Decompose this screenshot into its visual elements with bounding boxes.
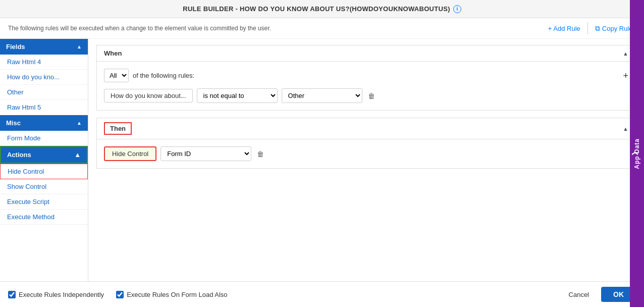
modal-footer: Execute Rules Independently Execute Rule… <box>0 281 644 307</box>
sidebar-item-show-control[interactable]: Show Control <box>0 179 88 194</box>
then-action-row: Hide Control Form ID Field 1 Field 2 🗑 <box>104 146 628 161</box>
app-data-panel[interactable]: App Data ❮ <box>630 39 644 281</box>
execute-independently-checkbox[interactable] <box>8 291 16 298</box>
fields-header-label: Fields <box>6 43 25 50</box>
sidebar-item-form-mode[interactable]: Form Mode <box>0 131 88 146</box>
copy-icon: ⧉ <box>595 24 600 33</box>
execute-independently-text: Execute Rules Independently <box>19 291 104 298</box>
execute-independently-label[interactable]: Execute Rules Independently <box>8 291 104 298</box>
condition-value-select[interactable]: Other Friend Social Media Advertisement <box>282 88 362 103</box>
then-section: Then ▲ Hide Control Form ID Field 1 Fiel… <box>96 118 636 169</box>
sidebar-item-hide-control[interactable]: Hide Control <box>0 164 88 179</box>
then-section-body: Hide Control Form ID Field 1 Field 2 🗑 <box>97 139 635 168</box>
sidebar-item-execute-script[interactable]: Execute Script <box>0 194 88 210</box>
sidebar-fields-header[interactable]: Fields ▲ <box>0 39 88 55</box>
modal-body: Fields ▲ Raw Html 4 How do you kno... Ot… <box>0 39 644 281</box>
then-collapse-icon[interactable]: ▲ <box>623 126 628 132</box>
divider <box>587 22 588 34</box>
app-data-chevron-icon: ❮ <box>632 151 639 156</box>
when-condition-row: How do you know about... is not equal to… <box>104 88 628 103</box>
misc-header-label: Misc <box>6 119 21 127</box>
sidebar-item-label: Other <box>7 88 24 96</box>
sidebar-misc-header[interactable]: Misc ▲ <box>0 115 88 131</box>
execute-on-load-checkbox[interactable] <box>116 291 124 298</box>
sidebar-actions-header[interactable]: Actions ▲ <box>0 146 88 164</box>
when-section: When ▲ All of the following rules: + How… <box>96 45 636 111</box>
sidebar-item-label: Raw Html 5 <box>7 104 41 111</box>
sidebar-item-label: Form Mode <box>7 134 40 142</box>
info-icon[interactable]: i <box>453 5 461 13</box>
sidebar: Fields ▲ Raw Html 4 How do you kno... Ot… <box>0 39 88 281</box>
when-section-body: All of the following rules: + How do you… <box>97 62 635 110</box>
cancel-button[interactable]: Cancel <box>562 288 596 301</box>
of-following-rules-text: of the following rules: <box>133 72 194 79</box>
sidebar-item-raw-html-5[interactable]: Raw Html 5 <box>0 100 88 115</box>
actions-header-label: Actions <box>7 151 31 159</box>
subheader-text: The following rules will be executed whe… <box>8 25 271 32</box>
action-delete-icon[interactable]: 🗑 <box>255 148 265 160</box>
main-content: When ▲ All of the following rules: + How… <box>88 39 644 281</box>
subheader-actions: + Add Rule ⧉ Copy Rules <box>548 22 636 34</box>
sidebar-item-label: Execute Method <box>7 213 55 221</box>
then-section-header: Then ▲ <box>97 118 635 139</box>
sidebar-item-execute-method[interactable]: Execute Method <box>0 210 88 225</box>
then-title: Then <box>104 122 132 135</box>
when-section-header: When ▲ <box>97 45 635 62</box>
modal-container: RULE BUILDER - HOW DO YOU KNOW ABOUT US?… <box>0 0 644 307</box>
sidebar-item-label: Raw Html 4 <box>7 58 41 66</box>
fields-chevron-icon: ▲ <box>77 44 82 49</box>
condition-field-button[interactable]: How do you know about... <box>104 89 193 103</box>
condition-operator-select[interactable]: is not equal to is equal to contains doe… <box>197 88 278 103</box>
misc-chevron-icon: ▲ <box>77 120 82 126</box>
all-select[interactable]: All <box>104 69 129 82</box>
sidebar-item-label: Hide Control <box>8 168 44 175</box>
action-type-button[interactable]: Hide Control <box>104 146 156 161</box>
sidebar-item-raw-html-4[interactable]: Raw Html 4 <box>0 55 88 70</box>
add-condition-button[interactable]: + <box>623 71 628 80</box>
execute-on-load-label[interactable]: Execute Rules On Form Load Also <box>116 291 227 298</box>
modal-title: RULE BUILDER - HOW DO YOU KNOW ABOUT US?… <box>183 5 450 13</box>
when-controls: All of the following rules: + <box>104 69 628 82</box>
sidebar-item-label: Execute Script <box>7 198 49 206</box>
sidebar-item-other[interactable]: Other <box>0 85 88 100</box>
footer-left: Execute Rules Independently Execute Rule… <box>8 291 228 298</box>
modal-subheader: The following rules will be executed whe… <box>0 18 644 39</box>
sidebar-item-label: How do you kno... <box>7 73 60 81</box>
actions-chevron-icon: ▲ <box>74 151 81 159</box>
modal-header: RULE BUILDER - HOW DO YOU KNOW ABOUT US?… <box>0 0 644 18</box>
add-rule-button[interactable]: + Add Rule <box>548 25 580 32</box>
action-target-select[interactable]: Form ID Field 1 Field 2 <box>160 146 251 161</box>
execute-on-load-text: Execute Rules On Form Load Also <box>127 291 227 298</box>
when-collapse-icon[interactable]: ▲ <box>623 50 628 57</box>
footer-right: Cancel OK <box>562 287 636 302</box>
when-title: When <box>104 49 122 57</box>
condition-delete-icon[interactable]: 🗑 <box>366 90 377 101</box>
sidebar-item-how-do-you-know[interactable]: How do you kno... <box>0 70 88 85</box>
sidebar-item-label: Show Control <box>7 183 46 190</box>
